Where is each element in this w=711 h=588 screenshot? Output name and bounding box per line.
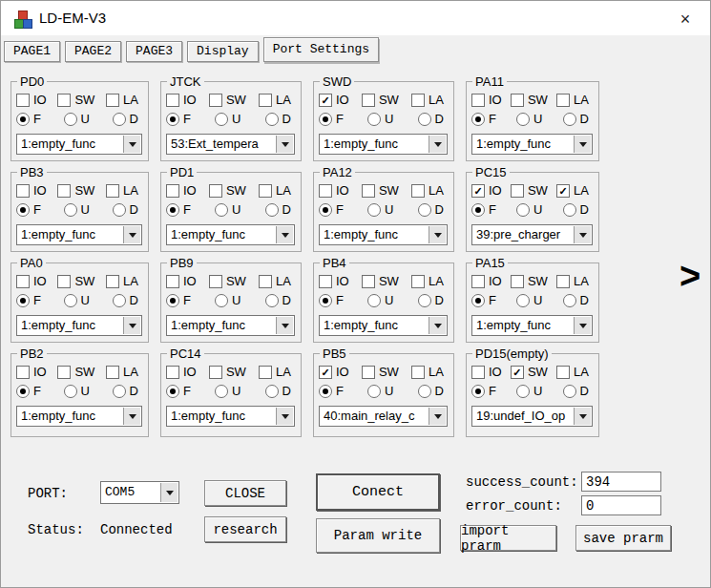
checkbox-sw[interactable] [362,275,375,288]
radio-d[interactable] [563,294,576,307]
port-select[interactable]: COM5 [100,481,179,504]
radio-d[interactable] [265,203,279,217]
radio-u[interactable] [215,113,228,126]
checkbox-la[interactable]: ✓ [556,184,570,198]
radio-d[interactable] [113,113,126,126]
radio-d[interactable] [113,203,126,217]
func-dropdown[interactable]: 1:empty_func [319,134,448,155]
checkbox-io[interactable]: ✓ [319,94,332,107]
radio-f[interactable] [319,203,332,217]
radio-f[interactable] [471,385,485,398]
checkbox-sw[interactable] [57,94,71,107]
radio-u[interactable] [367,203,381,217]
checkbox-sw[interactable] [209,275,222,288]
radio-f[interactable] [166,203,179,217]
func-dropdown[interactable]: 1:empty_func [471,315,593,336]
checkbox-io[interactable] [16,275,30,288]
radio-f[interactable] [16,385,30,398]
radio-u[interactable] [367,113,381,126]
tab-display[interactable]: Display [187,41,259,62]
func-dropdown[interactable]: 39:pre_charger [471,224,593,245]
radio-f[interactable] [16,294,30,307]
checkbox-sw[interactable] [511,184,524,198]
checkbox-io[interactable] [166,94,179,107]
radio-f[interactable] [319,113,332,126]
checkbox-io[interactable] [471,366,485,379]
func-dropdown[interactable]: 1:empty_func [16,315,142,336]
checkbox-sw[interactable] [209,184,222,198]
error-count-field[interactable] [581,495,661,515]
checkbox-io[interactable] [166,366,179,379]
import-param-button[interactable]: import prarm [460,525,556,551]
checkbox-io[interactable] [319,184,332,198]
scroll-right-arrow[interactable]: > [680,257,701,295]
func-dropdown[interactable]: 1:empty_func [16,134,142,155]
checkbox-la[interactable] [259,366,272,379]
research-button[interactable]: research [204,516,286,542]
connect-button[interactable]: Conect [316,473,440,511]
checkbox-io[interactable] [471,275,485,288]
radio-f[interactable] [319,385,332,398]
radio-f[interactable] [471,203,485,217]
checkbox-sw[interactable] [209,94,222,107]
radio-u[interactable] [215,203,228,217]
tab-port-settings[interactable]: Port Settings [263,37,379,62]
close-port-button[interactable]: CLOSE [204,480,286,506]
checkbox-la[interactable] [556,366,570,379]
checkbox-io[interactable]: ✓ [471,184,485,198]
checkbox-sw[interactable] [511,94,524,107]
checkbox-la[interactable] [556,275,570,288]
radio-d[interactable] [418,294,431,307]
checkbox-la[interactable] [411,366,425,379]
radio-d[interactable] [563,113,576,126]
radio-f[interactable] [319,294,332,307]
radio-u[interactable] [64,203,77,217]
checkbox-sw[interactable] [511,275,524,288]
radio-u[interactable] [215,385,228,398]
func-dropdown[interactable]: 1:empty_func [16,406,142,427]
checkbox-io[interactable] [16,184,30,198]
radio-d[interactable] [113,294,126,307]
func-dropdown[interactable]: 1:empty_func [319,315,448,336]
radio-d[interactable] [265,113,279,126]
checkbox-la[interactable] [411,184,425,198]
radio-d[interactable] [563,203,576,217]
radio-u[interactable] [64,294,77,307]
radio-u[interactable] [516,113,530,126]
checkbox-la[interactable] [259,275,272,288]
param-write-button[interactable]: Param write [316,518,440,553]
radio-u[interactable] [215,294,228,307]
checkbox-sw[interactable] [209,366,222,379]
close-icon[interactable]: × [670,7,701,32]
func-dropdown[interactable]: 1:empty_func [471,134,593,155]
radio-f[interactable] [166,294,179,307]
radio-f[interactable] [16,113,30,126]
func-dropdown[interactable]: 1:empty_func [166,224,295,245]
tab-page1[interactable]: PAGE1 [4,41,60,62]
func-dropdown[interactable]: 1:empty_func [166,315,295,336]
func-dropdown[interactable]: 19:undef_IO_op [471,406,593,427]
radio-d[interactable] [265,294,279,307]
tab-page3[interactable]: PAGE3 [126,41,182,62]
checkbox-sw[interactable] [362,184,375,198]
checkbox-io[interactable] [471,94,485,107]
checkbox-sw[interactable] [57,366,71,379]
checkbox-la[interactable] [106,94,119,107]
checkbox-io[interactable] [319,275,332,288]
save-param-button[interactable]: save prarm [575,525,671,551]
radio-u[interactable] [64,113,77,126]
checkbox-la[interactable] [259,184,272,198]
checkbox-la[interactable] [106,366,119,379]
radio-d[interactable] [113,385,126,398]
checkbox-sw[interactable] [57,184,71,198]
func-dropdown[interactable]: 1:empty_func [319,224,448,245]
checkbox-io[interactable] [16,94,30,107]
checkbox-sw[interactable]: ✓ [511,366,524,379]
checkbox-sw[interactable] [362,366,375,379]
radio-f[interactable] [471,113,485,126]
radio-u[interactable] [516,385,530,398]
checkbox-la[interactable] [556,94,570,107]
radio-u[interactable] [367,385,381,398]
radio-d[interactable] [418,113,431,126]
radio-f[interactable] [16,203,30,217]
